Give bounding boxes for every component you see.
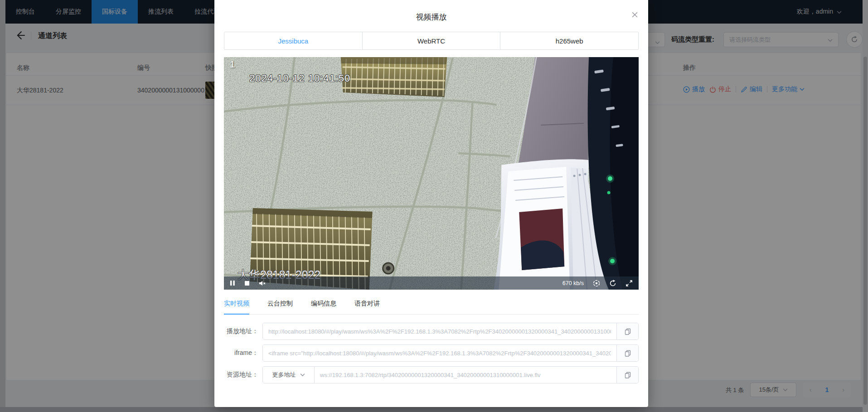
tab-live-video[interactable]: 实时视频 xyxy=(224,300,249,315)
stop-button[interactable] xyxy=(244,281,250,286)
channel-number-overlay: 1 xyxy=(230,59,235,70)
close-icon xyxy=(631,11,638,18)
dialog-title: 视频播放 xyxy=(214,12,648,22)
iframe-row: iframe： xyxy=(224,344,639,362)
mute-button[interactable] xyxy=(259,280,266,286)
resource-url-row: 资源地址： 更多地址 xyxy=(224,366,639,383)
play-url-label: 播放地址： xyxy=(224,327,258,335)
tab-jessibuca[interactable]: Jessibuca xyxy=(224,32,362,49)
iframe-label: iframe： xyxy=(224,349,258,357)
snapshot-button[interactable] xyxy=(593,280,600,287)
video-frame xyxy=(224,57,639,290)
app-root: 控制台 分屏监控 国标设备 推流列表 拉流代理 欢迎，admin 通道列表 码流… xyxy=(0,0,868,412)
tab-codec-info[interactable]: 编码信息 xyxy=(311,300,336,314)
fullscreen-icon xyxy=(626,280,633,287)
reload-button[interactable] xyxy=(609,280,616,287)
pause-icon xyxy=(230,280,235,286)
iframe-input[interactable] xyxy=(263,345,616,361)
tab-ptz-control[interactable]: 云台控制 xyxy=(267,300,293,314)
chevron-down-icon xyxy=(300,373,305,377)
copy-iframe-button[interactable] xyxy=(616,345,638,361)
copy-play-url-button[interactable] xyxy=(616,323,638,339)
more-address-label: 更多地址 xyxy=(272,371,296,379)
close-button[interactable] xyxy=(630,10,639,19)
video-play-dialog: 视频播放 Jessibuca WebRTC h265web xyxy=(214,0,648,407)
stop-square-icon xyxy=(244,281,250,286)
address-fields: 播放地址： iframe： 资源地址： xyxy=(224,323,639,383)
bitrate-text: 670 kb/s xyxy=(563,280,584,286)
timestamp-overlay: 2024-10-12 10:41:50 xyxy=(249,73,350,84)
resource-url-label: 资源地址： xyxy=(224,371,258,379)
copy-resource-url-button[interactable] xyxy=(616,367,638,383)
dialog-header: 视频播放 xyxy=(214,0,648,32)
tab-voice-intercom[interactable]: 语音对讲 xyxy=(354,300,380,314)
video-player[interactable]: 1 2024-10-12 10:41:50 大华28181-2022 670 k… xyxy=(224,57,639,290)
volume-muted-icon xyxy=(259,280,266,286)
play-url-input[interactable] xyxy=(263,323,616,339)
pause-button[interactable] xyxy=(230,280,235,286)
tab-h265web[interactable]: h265web xyxy=(500,32,638,49)
copy-icon xyxy=(625,350,631,357)
player-control-bar: 670 kb/s xyxy=(224,276,639,290)
player-type-tabs: Jessibuca WebRTC h265web xyxy=(224,32,639,50)
aperture-icon xyxy=(593,280,600,287)
more-address-select[interactable]: 更多地址 xyxy=(263,367,315,383)
resource-url-input[interactable] xyxy=(315,367,616,383)
tab-webrtc[interactable]: WebRTC xyxy=(362,32,500,49)
play-url-row: 播放地址： xyxy=(224,323,639,340)
stream-sub-tabs: 实时视频 云台控制 编码信息 语音对讲 xyxy=(224,300,639,315)
copy-icon xyxy=(625,372,631,378)
fullscreen-button[interactable] xyxy=(626,280,633,287)
copy-icon xyxy=(625,328,631,335)
refresh-icon xyxy=(609,280,616,287)
